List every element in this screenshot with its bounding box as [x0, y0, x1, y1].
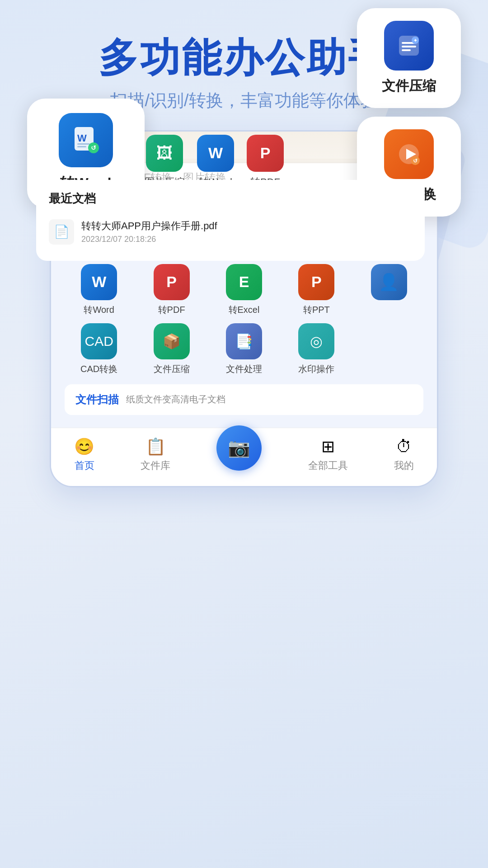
svg-rect-8	[77, 143, 90, 145]
banner-title: 文件扫描	[75, 392, 119, 407]
recent-doc-item[interactable]: 📄 转转大师APP用户操作手册.pdf 2023/12/07 20:18:26	[49, 214, 412, 250]
svg-text:↺: ↺	[413, 158, 418, 164]
svg-text:↺: ↺	[91, 144, 96, 151]
files-icon: 📋	[145, 437, 166, 456]
recent-doc-date: 2023/12/07 20:18:26	[81, 235, 217, 244]
feature-item-fileop[interactable]: 📑 文件处理	[210, 323, 278, 375]
feature-item-to-word[interactable]: W 转Word	[65, 264, 133, 316]
recent-docs-section: 最近文档 📄 转转大师APP用户操作手册.pdf 2023/12/07 20:1…	[36, 180, 425, 261]
nav-home[interactable]: 😊 首页	[74, 437, 94, 472]
camera-button[interactable]: 📷	[216, 425, 262, 471]
nav-files[interactable]: 📋 文件库	[141, 437, 170, 472]
nav-camera[interactable]: 📷	[216, 439, 262, 471]
recent-doc-info: 转转大师APP用户操作手册.pdf 2023/12/07 20:18:26	[81, 219, 217, 244]
svg-rect-9	[77, 146, 86, 147]
bottom-navigation: 😊 首页 📋 文件库 📷 ⊞ 全部工具 ⏱ 我的	[51, 428, 437, 486]
feature-item-to-ppt[interactable]: P 转PPT	[282, 264, 351, 316]
nav-profile[interactable]: ⏱ 我的	[394, 437, 414, 472]
feature-item-zip[interactable]: 📦 文件压缩	[137, 323, 206, 375]
svg-text:✦: ✦	[413, 38, 418, 43]
float-compress-icon: ✦	[384, 21, 434, 71]
feature-item-profile[interactable]: 👤	[355, 264, 423, 316]
recent-doc-icon: 📄	[49, 219, 74, 245]
banner-desc: 纸质文件变高清电子文档	[126, 393, 225, 406]
feature-item-to-excel[interactable]: E 转Excel	[210, 264, 278, 316]
float-video-icon: ↺	[384, 129, 434, 179]
home-icon: 😊	[74, 437, 94, 456]
feature-item-watermark[interactable]: ◎ 水印操作	[282, 323, 351, 375]
svg-text:W: W	[77, 132, 87, 144]
nav-tools-label: 全部工具	[308, 459, 348, 472]
camera-icon: 📷	[228, 437, 250, 458]
svg-rect-2	[402, 46, 416, 47]
nav-tools[interactable]: ⊞ 全部工具	[308, 437, 348, 472]
banner[interactable]: 文件扫描 纸质文件变高清电子文档	[65, 384, 423, 415]
feature-item-placeholder	[355, 323, 423, 375]
feature-item-cad[interactable]: CAD CAD转换	[65, 323, 133, 375]
recent-doc-name: 转转大师APP用户操作手册.pdf	[81, 219, 217, 233]
profile-icon: ⏱	[396, 437, 412, 456]
nav-files-label: 文件库	[141, 459, 170, 472]
nav-profile-label: 我的	[394, 459, 414, 472]
float-word-icon: W ↺	[59, 113, 113, 167]
feature-item-to-pdf[interactable]: P 转PDF	[137, 264, 206, 316]
float-compress-label: 文件压缩	[382, 77, 436, 95]
tools-icon: ⊞	[321, 437, 335, 456]
svg-rect-3	[402, 49, 411, 51]
nav-home-label: 首页	[75, 459, 94, 472]
recent-docs-title: 最近文档	[49, 191, 412, 207]
float-compress-card[interactable]: ✦ 文件压缩	[357, 8, 461, 108]
